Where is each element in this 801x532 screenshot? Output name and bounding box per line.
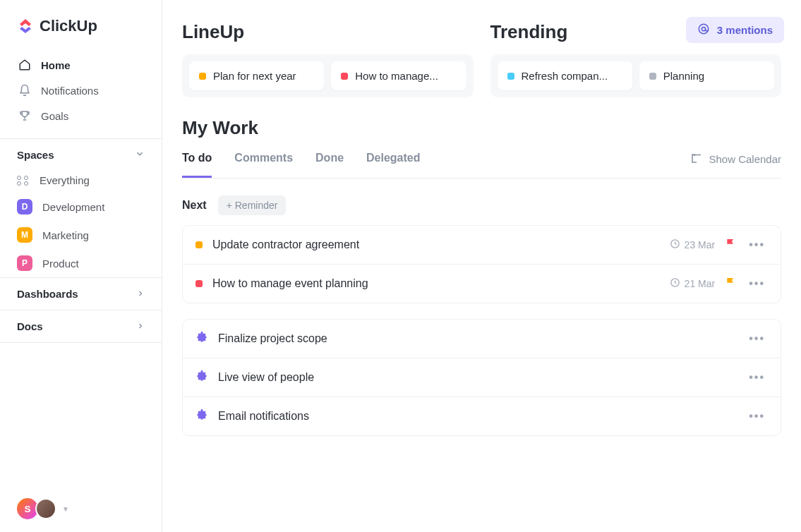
status-dot: [507, 73, 514, 80]
lineup-section: LineUp Plan for next yearHow to manage..…: [182, 21, 474, 97]
more-icon[interactable]: •••: [746, 274, 768, 293]
status-dot: [341, 73, 348, 80]
chevron-right-icon: [136, 320, 145, 332]
everything-icon: [17, 176, 30, 186]
main-content: 3 mentions LineUp Plan for next yearHow …: [162, 0, 801, 532]
docs-label: Docs: [17, 320, 43, 332]
calendar-icon: [690, 152, 703, 167]
lineup-card[interactable]: Plan for next year: [189, 61, 324, 90]
bell-icon: [18, 84, 31, 97]
docs-header[interactable]: Docs: [0, 310, 162, 343]
flag-icon[interactable]: [725, 277, 736, 291]
home-icon: [18, 59, 31, 71]
task-row[interactable]: Email notifications •••: [183, 397, 781, 435]
tab-comments[interactable]: Comments: [234, 152, 293, 178]
space-item-marketing[interactable]: MMarketing: [0, 221, 162, 249]
status-dot: [195, 241, 203, 248]
mentions-chip[interactable]: 3 mentions: [686, 17, 784, 43]
space-label: Development: [42, 201, 104, 213]
chevron-right-icon: [136, 288, 145, 300]
task-title: Live view of people: [218, 371, 736, 384]
spaces-header[interactable]: Spaces: [0, 138, 162, 168]
show-calendar-label: Show Calendar: [709, 153, 781, 165]
status-dot: [199, 73, 206, 80]
task-group-other: Finalize project scope ••• Live view of …: [182, 319, 781, 436]
space-badge: D: [17, 199, 32, 214]
space-everything[interactable]: Everything: [0, 168, 162, 193]
more-icon[interactable]: •••: [746, 407, 768, 425]
more-icon[interactable]: •••: [746, 368, 768, 387]
task-row[interactable]: How to manage event planning 21 Mar •••: [183, 265, 781, 303]
brand-name: ClickUp: [40, 17, 97, 35]
task-row[interactable]: Finalize project scope •••: [183, 320, 781, 358]
task-date: 21 Mar: [670, 277, 716, 290]
tab-done[interactable]: Done: [315, 152, 344, 178]
sidebar: ClickUp Home Notifications Goals Spaces …: [0, 0, 162, 532]
space-label: Product: [42, 258, 79, 270]
space-badge: P: [17, 255, 32, 271]
next-row: Next + Reminder: [182, 195, 781, 215]
lineup-card[interactable]: How to manage...: [331, 61, 466, 90]
lineup-title: LineUp: [182, 21, 474, 43]
more-icon[interactable]: •••: [746, 330, 768, 348]
clock-icon: [670, 238, 680, 251]
task-row[interactable]: Live view of people •••: [183, 358, 781, 397]
puzzle-icon: [195, 409, 208, 424]
space-badge: M: [17, 227, 32, 243]
nav-home[interactable]: Home: [8, 52, 153, 78]
show-calendar-button[interactable]: Show Calendar: [690, 152, 781, 178]
avatar-initial: S: [25, 504, 31, 514]
nav-notifications-label: Notifications: [41, 85, 99, 97]
card-label: Plan for next year: [213, 70, 296, 82]
spaces-list: DDevelopmentMMarketingPProduct: [0, 193, 162, 277]
space-item-development[interactable]: DDevelopment: [0, 193, 162, 221]
lineup-cards: Plan for next yearHow to manage...: [182, 54, 474, 97]
nav-home-label: Home: [41, 59, 71, 71]
clock-icon: [670, 277, 680, 290]
primary-nav: Home Notifications Goals: [0, 49, 162, 131]
task-title: Finalize project scope: [218, 332, 736, 345]
reminder-button[interactable]: + Reminder: [218, 195, 287, 215]
chevron-down-icon: [135, 149, 145, 161]
puzzle-icon: [195, 370, 208, 385]
flag-icon[interactable]: [725, 238, 736, 252]
task-date: 23 Mar: [670, 238, 716, 251]
svg-point-0: [699, 24, 709, 34]
mywork-tabs: To doCommentsDoneDelegated: [182, 152, 421, 178]
tabs-row: To doCommentsDoneDelegated Show Calendar: [182, 152, 781, 179]
next-label: Next: [182, 199, 207, 212]
trending-cards: Refresh compan...Planning: [490, 54, 782, 97]
card-label: Refresh compan...: [522, 70, 608, 82]
user-switcher[interactable]: S ▼: [0, 485, 162, 532]
dashboards-header[interactable]: Dashboards: [0, 277, 162, 310]
avatar-secondary: [35, 498, 56, 519]
card-label: Planning: [663, 70, 704, 82]
task-row[interactable]: Update contractor agreement 23 Mar •••: [183, 226, 781, 265]
task-title: Email notifications: [218, 410, 736, 423]
mywork-title: My Work: [182, 117, 781, 139]
task-group-next: Update contractor agreement 23 Mar ••• H…: [182, 225, 781, 303]
caret-down-icon: ▼: [62, 505, 69, 513]
svg-point-1: [701, 27, 705, 30]
trending-card[interactable]: Planning: [639, 61, 774, 90]
dashboards-label: Dashboards: [17, 288, 78, 300]
status-dot: [649, 73, 656, 80]
mentions-label: 3 mentions: [717, 24, 773, 36]
nav-goals[interactable]: Goals: [8, 103, 153, 128]
space-item-product[interactable]: PProduct: [0, 249, 162, 277]
clickup-logo-icon: [17, 18, 34, 35]
task-title: How to manage event planning: [212, 277, 660, 290]
trending-card[interactable]: Refresh compan...: [498, 61, 632, 90]
more-icon[interactable]: •••: [746, 236, 768, 254]
status-dot: [195, 280, 203, 287]
tab-delegated[interactable]: Delegated: [366, 152, 420, 178]
nav-goals-label: Goals: [41, 110, 68, 122]
space-label: Marketing: [42, 229, 89, 241]
card-label: How to manage...: [355, 70, 438, 82]
tab-to-do[interactable]: To do: [182, 152, 212, 178]
nav-notifications[interactable]: Notifications: [8, 78, 153, 103]
at-icon: [697, 23, 710, 37]
trophy-icon: [18, 109, 31, 122]
spaces-header-label: Spaces: [17, 149, 54, 161]
brand-logo[interactable]: ClickUp: [0, 0, 162, 49]
